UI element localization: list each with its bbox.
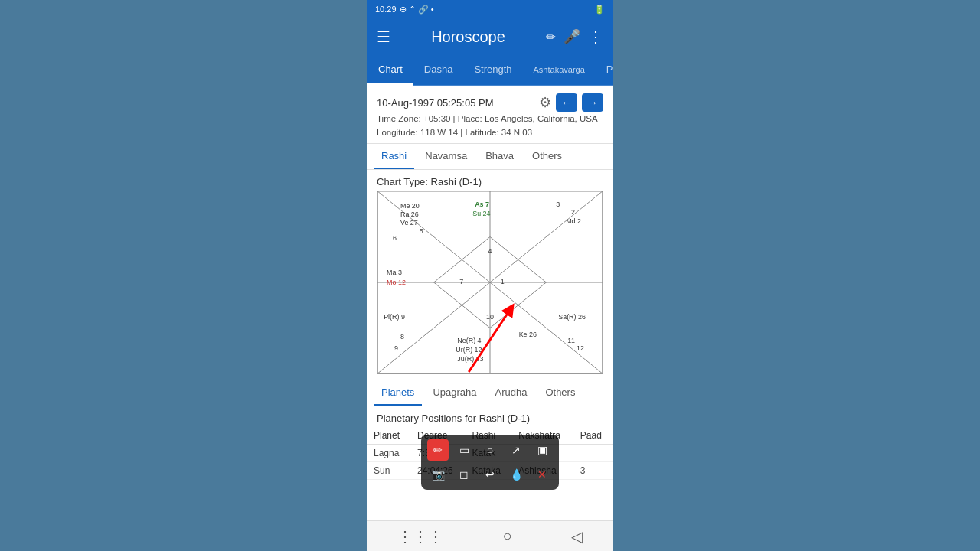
- svg-text:Md 2: Md 2: [566, 217, 581, 224]
- toolbar-color-btn[interactable]: 💧: [505, 464, 527, 485]
- svg-text:Ne(R) 4: Ne(R) 4: [457, 337, 481, 344]
- toolbar-camera-btn[interactable]: 📷: [427, 464, 449, 485]
- toolbar-arrow-btn[interactable]: ↗: [505, 439, 527, 461]
- status-right: 🔋: [594, 5, 605, 15]
- status-bar: 10:29 ⊕ ⌃ 🔗 • 🔋: [368, 0, 612, 18]
- pencil-icon[interactable]: ✏: [546, 30, 556, 44]
- svg-text:2: 2: [571, 208, 575, 216]
- svg-text:As 7: As 7: [475, 201, 489, 208]
- subtab-navamsa[interactable]: Navamsa: [417, 144, 475, 169]
- more-icon[interactable]: ⋮: [588, 28, 603, 46]
- bottomtab-upagraha[interactable]: Upagraha: [425, 380, 484, 406]
- toolbar-close-btn[interactable]: ✕: [531, 464, 553, 485]
- svg-text:1: 1: [501, 278, 505, 285]
- toolbar-select-btn[interactable]: ▣: [531, 439, 553, 461]
- svg-text:Ra 26: Ra 26: [400, 210, 419, 218]
- drawing-toolbar: ✏ ▭ ○ ↗ ▣ 📷 ◻ ↩ 💧 ✕: [421, 435, 559, 490]
- next-button[interactable]: →: [582, 93, 603, 112]
- phone-container: 10:29 ⊕ ⌃ 🔗 • 🔋 ☰ Horoscope ✏ 🎤 ⋮ Chart …: [368, 0, 612, 551]
- svg-text:3: 3: [556, 201, 560, 208]
- svg-text:Pl(R) 9: Pl(R) 9: [384, 312, 405, 320]
- bottomtab-others[interactable]: Others: [537, 380, 583, 406]
- nav-bar: ⋮⋮⋮ ○ ◁: [368, 520, 612, 551]
- subtab-bhava[interactable]: Bhava: [478, 144, 521, 169]
- svg-text:Su 24: Su 24: [472, 210, 490, 217]
- bottom-tabs: Planets Upagraha Arudha Others: [368, 380, 612, 406]
- svg-text:Ve 27: Ve 27: [400, 218, 418, 226]
- svg-text:4: 4: [488, 247, 492, 255]
- sub-tabs: Rashi Navamsa Bhava Others: [368, 144, 612, 170]
- battery-icon: 🔋: [594, 5, 605, 15]
- toolbar-row-2: 📷 ◻ ↩ 💧 ✕: [427, 464, 553, 485]
- navbar-menu-btn[interactable]: ⋮⋮⋮: [385, 521, 456, 552]
- app-bar: ☰ Horoscope ✏ 🎤 ⋮: [368, 18, 612, 55]
- svg-text:5: 5: [420, 227, 423, 234]
- status-left: 10:29 ⊕ ⌃ 🔗 •: [375, 5, 434, 15]
- tab-ashtakavarga[interactable]: Ashtakavarga: [523, 55, 596, 86]
- bottomtab-arudha[interactable]: Arudha: [487, 380, 534, 406]
- svg-text:10: 10: [486, 312, 494, 320]
- svg-text:11: 11: [567, 337, 575, 344]
- cell-planet: Sun: [368, 461, 411, 479]
- svg-text:7: 7: [459, 278, 463, 285]
- date-text: 10-Aug-1997 05:25:05 PM: [377, 97, 494, 109]
- timezone-text: Time Zone: +05:30 | Place: Los Angeles, …: [377, 112, 603, 126]
- tab-strength[interactable]: Strength: [463, 55, 522, 86]
- svg-text:6: 6: [393, 234, 397, 242]
- date-header: 10-Aug-1997 05:25:05 PM ⚙ ← → Time Zone:…: [368, 86, 612, 144]
- subtab-others[interactable]: Others: [524, 144, 570, 169]
- svg-text:8: 8: [400, 333, 404, 341]
- navbar-home-btn[interactable]: ○: [490, 521, 524, 551]
- tab-chart[interactable]: Chart: [368, 55, 413, 86]
- toolbar-eraser-btn[interactable]: ◻: [453, 464, 475, 485]
- settings-icon[interactable]: ⚙: [539, 94, 551, 111]
- status-icons: ⊕ ⌃ 🔗 •: [400, 5, 434, 15]
- svg-text:Mo 12: Mo 12: [387, 279, 406, 286]
- coordinates-text: Longitude: 118 W 14 | Latitude: 34 N 03: [377, 126, 603, 139]
- navbar-back-btn[interactable]: ◁: [559, 521, 595, 552]
- svg-text:Ke 26: Ke 26: [519, 331, 537, 338]
- prev-button[interactable]: ←: [556, 93, 577, 112]
- app-title: Horoscope: [400, 28, 537, 46]
- tab-bar: Chart Dasha Strength Ashtakavarga Pan: [368, 55, 612, 86]
- bottomtab-planets[interactable]: Planets: [374, 380, 422, 406]
- date-controls: ⚙ ← →: [539, 93, 603, 112]
- horoscope-chart: Me 20 Ra 26 Ve 27 5 6 As 7 Su 24 3 2 Md …: [377, 191, 603, 374]
- svg-text:12: 12: [577, 344, 584, 352]
- time: 10:29: [375, 5, 397, 14]
- svg-text:Ma 3: Ma 3: [387, 269, 402, 276]
- planetary-title: Planetary Positions for Rashi (D-1): [368, 406, 612, 427]
- tab-pan[interactable]: Pan: [596, 55, 612, 86]
- toolbar-circle-btn[interactable]: ○: [479, 439, 501, 461]
- cell-paad: [574, 444, 612, 461]
- app-bar-icons: ✏ 🎤 ⋮: [546, 28, 603, 46]
- svg-text:Ur(R) 12: Ur(R) 12: [456, 346, 482, 354]
- cell-paad: 3: [574, 461, 612, 479]
- tab-dasha[interactable]: Dasha: [413, 55, 464, 86]
- col-planet: Planet: [368, 427, 411, 445]
- cell-planet: Lagna: [368, 444, 411, 461]
- subtab-rashi[interactable]: Rashi: [374, 144, 414, 169]
- toolbar-row-1: ✏ ▭ ○ ↗ ▣: [427, 439, 553, 461]
- col-paad: Paad: [574, 427, 612, 445]
- toolbar-pen-btn[interactable]: ✏: [427, 439, 449, 461]
- svg-text:9: 9: [394, 344, 398, 352]
- mic-icon[interactable]: 🎤: [564, 28, 580, 45]
- toolbar-undo-btn[interactable]: ↩: [479, 464, 501, 485]
- svg-text:Sa(R) 26: Sa(R) 26: [558, 312, 586, 320]
- chart-type-label: Chart Type: Rashi (D-1): [368, 170, 612, 191]
- menu-icon[interactable]: ☰: [377, 28, 390, 46]
- svg-text:Me 20: Me 20: [400, 202, 420, 210]
- toolbar-rect-btn[interactable]: ▭: [453, 439, 475, 461]
